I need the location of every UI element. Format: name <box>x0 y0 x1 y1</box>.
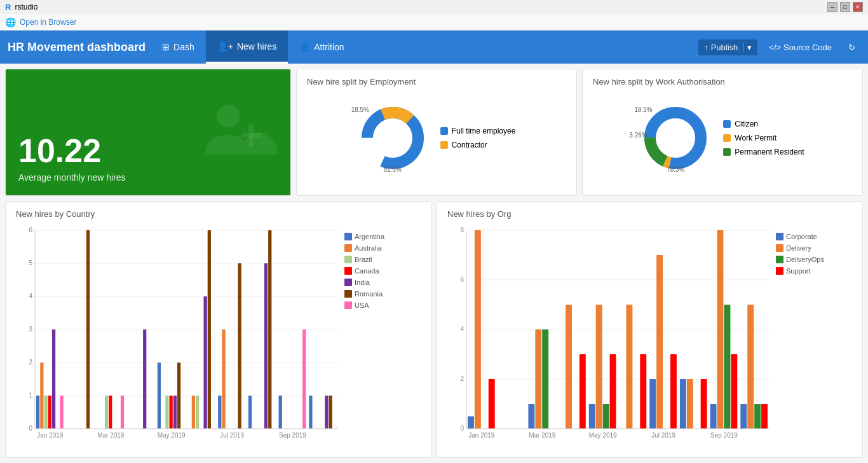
stat-card: 10.22 Average monthly new hires <box>5 69 291 196</box>
svg-text:Australia: Australia <box>355 244 383 252</box>
minimize-button[interactable]: ─ <box>827 2 837 12</box>
nav-right: ↑ Publish ▾ </> Source Code ↻ <box>698 39 860 55</box>
work-auth-donut-content: 18.5% 3.26% 78.3% Citizen Work Permit <box>593 92 852 184</box>
svg-rect-50 <box>279 396 282 429</box>
svg-rect-41 <box>196 396 199 429</box>
grid-icon: ⊞ <box>162 42 170 52</box>
country-chart-title: New hires by Country <box>16 209 421 219</box>
svg-rect-43 <box>208 230 211 429</box>
svg-rect-26 <box>44 396 47 429</box>
svg-rect-110 <box>740 404 747 429</box>
svg-rect-49 <box>268 230 271 429</box>
svg-rect-74 <box>344 301 352 309</box>
svg-text:Jul 2019: Jul 2019 <box>651 432 675 439</box>
svg-text:2: 2 <box>460 375 464 382</box>
employment-donut-card: New hire split by Employment 18.5% 81.5% <box>296 69 577 196</box>
employment-donut-content: 18.5% 81.5% Full time employee Contracto… <box>307 92 566 184</box>
svg-text:6: 6 <box>460 276 464 283</box>
svg-text:5: 5 <box>29 259 32 266</box>
svg-rect-109 <box>731 354 737 429</box>
publish-button[interactable]: ↑ Publish ▾ <box>698 39 757 55</box>
source-code-button[interactable]: </> Source Code <box>764 40 837 55</box>
employment-label-81: 81.5% <box>383 166 401 173</box>
svg-text:4: 4 <box>460 326 464 333</box>
svg-rect-86 <box>468 417 474 429</box>
maximize-button[interactable]: □ <box>840 2 850 12</box>
country-chart-card: New hires by Country 0123456Jan 2019Mar … <box>5 201 431 458</box>
workauth-label-78: 78.3% <box>667 166 684 173</box>
svg-point-9 <box>658 120 693 156</box>
svg-rect-31 <box>105 396 108 429</box>
app-name: rstudio <box>15 3 37 11</box>
title-bar: R rstudio ─ □ ✕ <box>0 0 868 14</box>
tab-new-hires-label: New hires <box>237 41 276 52</box>
svg-rect-34 <box>143 329 146 429</box>
svg-text:Canada: Canada <box>355 267 379 275</box>
person-icon: 👤 <box>299 42 310 52</box>
svg-text:3: 3 <box>29 326 32 333</box>
svg-rect-87 <box>475 230 481 429</box>
svg-rect-96 <box>603 404 609 429</box>
open-in-browser-label[interactable]: Open in Browser <box>20 18 76 27</box>
work-auth-donut-title: New hire split by Work Authorisation <box>593 77 852 86</box>
legend-contractor: Contractor <box>440 141 516 149</box>
tab-attrition[interactable]: 👤 Attrition <box>288 31 355 64</box>
svg-text:Jan 2019: Jan 2019 <box>37 432 64 439</box>
svg-text:4: 4 <box>29 293 32 300</box>
code-icon: </> <box>769 43 781 52</box>
employment-label-18: 18.5% <box>351 106 369 113</box>
svg-rect-91 <box>542 329 548 429</box>
svg-rect-46 <box>238 263 241 429</box>
bottom-row: New hires by Country 0123456Jan 2019Mar … <box>5 201 863 458</box>
svg-point-5 <box>375 120 410 156</box>
svg-text:1: 1 <box>29 392 32 399</box>
svg-text:Sep 2019: Sep 2019 <box>279 432 306 439</box>
chevron-down-icon[interactable]: ▾ <box>743 43 752 52</box>
svg-text:USA: USA <box>355 301 369 309</box>
close-button[interactable]: ✕ <box>853 2 863 12</box>
svg-rect-68 <box>344 267 352 275</box>
svg-rect-37 <box>170 396 173 429</box>
svg-rect-27 <box>48 396 51 429</box>
svg-rect-39 <box>177 363 180 429</box>
svg-rect-102 <box>670 354 677 429</box>
refresh-button[interactable]: ↻ <box>843 40 860 55</box>
svg-point-0 <box>217 105 240 128</box>
svg-text:Jul 2019: Jul 2019 <box>220 432 244 439</box>
tab-dash[interactable]: ⊞ Dash <box>151 31 206 64</box>
svg-rect-72 <box>344 290 352 298</box>
tab-dash-label: Dash <box>173 42 194 52</box>
svg-rect-98 <box>626 305 632 429</box>
fulltime-label: Full time employee <box>452 127 516 135</box>
svg-rect-121 <box>776 233 783 240</box>
svg-text:May 2019: May 2019 <box>589 432 617 439</box>
svg-rect-24 <box>36 396 39 429</box>
citizen-color <box>723 120 731 128</box>
employment-donut-svg <box>358 103 428 173</box>
svg-text:Jan 2019: Jan 2019 <box>468 432 495 439</box>
fulltime-color <box>440 127 448 135</box>
svg-rect-30 <box>86 230 90 429</box>
work-auth-donut-svg <box>641 103 710 173</box>
svg-text:Sep 2019: Sep 2019 <box>710 432 738 439</box>
svg-rect-53 <box>325 396 328 429</box>
legend-citizen: Citizen <box>723 120 804 128</box>
workauth-label-18: 18.5% <box>634 106 652 113</box>
tab-new-hires[interactable]: 👤+ New hires <box>206 31 288 64</box>
main-content: 10.22 Average monthly new hires New hire… <box>0 64 868 463</box>
stat-background-icon <box>201 93 278 172</box>
svg-rect-112 <box>754 404 761 429</box>
svg-text:India: India <box>355 279 370 286</box>
legend-perm-resident: Permanent Resident <box>723 148 804 156</box>
svg-rect-113 <box>761 404 768 429</box>
globe-icon: 🌐 <box>5 17 16 27</box>
svg-rect-92 <box>566 305 572 429</box>
svg-rect-108 <box>724 305 730 429</box>
svg-rect-66 <box>344 256 352 263</box>
svg-rect-89 <box>528 404 534 429</box>
svg-rect-25 <box>40 363 43 429</box>
svg-rect-94 <box>589 404 595 429</box>
svg-text:Brazil: Brazil <box>355 256 372 263</box>
svg-text:6: 6 <box>29 226 32 233</box>
tab-attrition-label: Attrition <box>314 42 344 52</box>
